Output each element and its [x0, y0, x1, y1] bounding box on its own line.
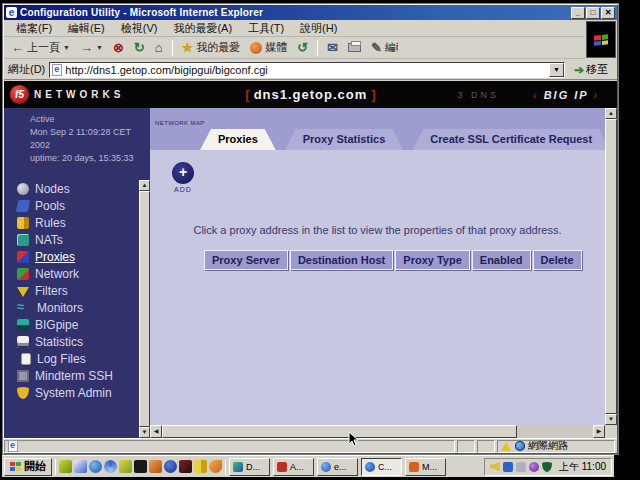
page-icon [52, 64, 62, 76]
scroll-down-icon[interactable]: ▼ [605, 414, 617, 425]
media-button[interactable]: 媒體 [247, 39, 290, 56]
sidebar-item-mindterm-ssh[interactable]: Mindterm SSH [4, 367, 139, 384]
menu-edit[interactable]: 編輯(E) [60, 20, 113, 37]
messenger-icon[interactable] [529, 462, 539, 472]
url-text[interactable]: http://dns1.getop.com/bigipgui/bigconf.c… [65, 64, 549, 76]
task-button-5[interactable]: M... [405, 458, 446, 476]
quicklaunch-icon-4[interactable] [104, 460, 117, 473]
back-dropdown-icon[interactable]: ▼ [63, 44, 70, 51]
task-button-3[interactable]: e... [317, 458, 358, 476]
sidebar-item-filters[interactable]: Filters [4, 282, 139, 299]
sidebar-item-pools[interactable]: Pools [4, 197, 139, 214]
forward-dropdown-icon[interactable]: ▼ [96, 44, 103, 51]
column-proxy-type[interactable]: Proxy Type [395, 250, 470, 270]
quicklaunch-icon-11[interactable] [209, 460, 222, 473]
menu-view[interactable]: 檢視(V) [113, 20, 166, 37]
tab-proxy-statistics[interactable]: Proxy Statistics [285, 129, 404, 150]
scrollbar-track[interactable] [517, 425, 593, 438]
app-icon [321, 462, 331, 472]
mail-button[interactable]: ✉ [324, 40, 341, 55]
quicklaunch-icon-5[interactable] [119, 460, 132, 473]
monitors-icon: ≈ [17, 302, 31, 314]
menu-help[interactable]: 說明(H) [292, 20, 345, 37]
app-icon [365, 462, 375, 472]
ie-throbber-logo [586, 21, 616, 58]
quicklaunch-icon-10[interactable] [194, 460, 207, 473]
start-button[interactable]: 開始 [4, 458, 52, 476]
scrollbar-thumb[interactable] [605, 119, 617, 414]
column-proxy-server[interactable]: Proxy Server [204, 250, 288, 270]
add-proxy-button[interactable]: + ADD [170, 162, 196, 193]
network-icon [17, 268, 29, 280]
sidebar-item-statistics[interactable]: Statistics [4, 333, 139, 350]
scroll-left-icon[interactable]: ◀ [150, 425, 162, 438]
edit-button[interactable]: ✎ 編輯 [368, 39, 401, 56]
column-enabled[interactable]: Enabled [472, 250, 531, 270]
volume-icon[interactable] [490, 462, 500, 472]
quicklaunch-icon-3[interactable] [89, 460, 102, 473]
security-zone-pane: 網際網路 [497, 440, 615, 453]
sidebar-item-bigpipe[interactable]: BIGpipe [4, 316, 139, 333]
quicklaunch-icon-6[interactable] [134, 460, 147, 473]
task-button-2[interactable]: A... [273, 458, 314, 476]
minimize-button[interactable]: _ [571, 7, 585, 19]
sidebar-item-nodes[interactable]: Nodes [4, 180, 139, 197]
print-button[interactable] [345, 42, 364, 53]
history-button[interactable]: ↺ [294, 40, 311, 55]
tray-app-icon[interactable] [516, 462, 526, 472]
task-button-1[interactable]: D... [229, 458, 270, 476]
tab-proxies[interactable]: Proxies [200, 129, 276, 150]
column-delete[interactable]: Delete [533, 250, 582, 270]
sidebar-item-network[interactable]: Network [4, 265, 139, 282]
media-label: 媒體 [265, 40, 287, 55]
quicklaunch-icon-2[interactable] [74, 460, 87, 473]
back-button[interactable]: ← 上一頁 ▼ [8, 39, 73, 56]
quicklaunch-icon-7[interactable] [149, 460, 162, 473]
quicklaunch-icon-9[interactable] [179, 460, 192, 473]
menu-tools[interactable]: 工具(T) [240, 20, 292, 37]
scroll-right-icon[interactable]: ▶ [593, 425, 605, 438]
tab-create-ssl-certificate-request[interactable]: Create SSL Certificate Request [412, 129, 605, 150]
status-active: Active [30, 113, 150, 126]
menu-favorites[interactable]: 我的最愛(A) [165, 20, 240, 37]
scrollbar-thumb[interactable] [162, 425, 517, 438]
task-button-4-active[interactable]: C... [361, 458, 402, 476]
scroll-up-icon[interactable]: ▲ [605, 108, 617, 119]
scrollbar-thumb[interactable] [139, 191, 150, 427]
quicklaunch-icon-1[interactable] [59, 460, 72, 473]
stop-button[interactable]: ⊗ [110, 40, 127, 55]
quick-launch-bar [59, 460, 222, 473]
sidebar-item-system-admin[interactable]: System Admin [4, 384, 139, 401]
sidebar-scrollbar[interactable]: ▲ ▼ [139, 180, 150, 438]
scroll-down-icon[interactable]: ▼ [139, 427, 150, 438]
sidebar-item-log-files[interactable]: Log Files [4, 350, 139, 367]
refresh-button[interactable]: ↻ [131, 40, 148, 55]
forward-icon: → [80, 41, 93, 54]
statistics-icon [17, 336, 29, 348]
add-label: ADD [170, 186, 196, 193]
close-button[interactable]: ✕ [601, 7, 615, 19]
status-uptime: uptime: 20 days, 15:35:33 [30, 152, 150, 165]
content-vertical-scrollbar[interactable]: ▲ ▼ [605, 108, 617, 425]
network-map-button[interactable]: NETWORK MAP [155, 111, 197, 129]
sidebar-item-nats[interactable]: NATs [4, 231, 139, 248]
column-destination-host[interactable]: Destination Host [290, 250, 393, 270]
sidebar-item-monitors[interactable]: ≈Monitors [4, 299, 139, 316]
title-bar: e Configuration Utility - Microsoft Inte… [4, 5, 617, 20]
home-button[interactable]: ⌂ [152, 40, 166, 55]
antivirus-icon[interactable] [542, 462, 552, 472]
address-input[interactable]: http://dns1.getop.com/bigipgui/bigconf.c… [49, 62, 565, 78]
scroll-up-icon[interactable]: ▲ [139, 180, 150, 191]
quicklaunch-icon-8[interactable] [164, 460, 177, 473]
sidebar-item-proxies[interactable]: Proxies [4, 248, 139, 265]
content-horizontal-scrollbar[interactable]: ◀ ▶ [150, 425, 605, 438]
display-icon[interactable] [503, 462, 513, 472]
maximize-button[interactable]: □ [586, 7, 600, 19]
menu-file[interactable]: 檔案(F) [8, 20, 60, 37]
go-button[interactable]: ➔ 移至 [569, 61, 613, 78]
address-label: 網址(D) [8, 62, 45, 77]
favorites-button[interactable]: ★ 我的最愛 [179, 39, 244, 56]
forward-button[interactable]: → ▼ [77, 40, 106, 55]
address-dropdown-icon[interactable]: ▼ [549, 63, 564, 77]
sidebar-item-rules[interactable]: Rules [4, 214, 139, 231]
